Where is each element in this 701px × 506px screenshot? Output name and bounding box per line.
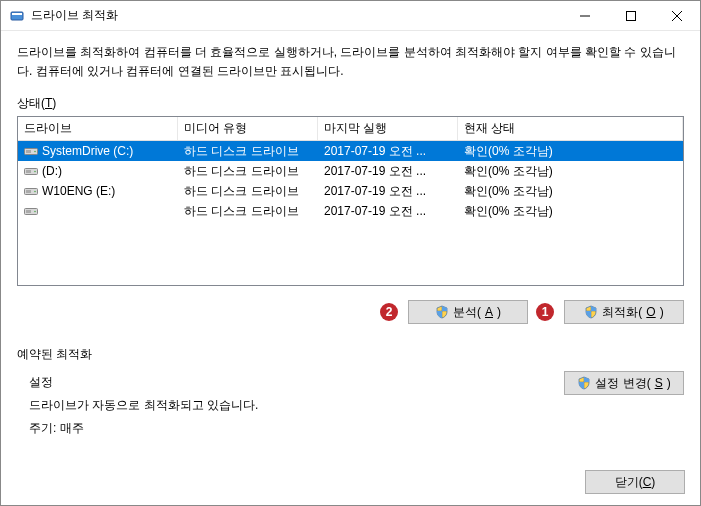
shield-icon xyxy=(435,305,449,319)
marker-analyze: 2 xyxy=(380,303,398,321)
schedule-title: 설정 xyxy=(29,371,258,394)
scheduled-header: 예약된 최적화 xyxy=(17,346,684,363)
drive-media: 하드 디스크 드라이브 xyxy=(178,203,318,220)
column-header-last[interactable]: 마지막 실행 xyxy=(318,117,458,140)
shield-icon xyxy=(577,376,591,390)
table-row[interactable]: 하드 디스크 드라이브2017-07-19 오전 ...확인(0% 조각남) xyxy=(18,201,683,221)
marker-optimize: 1 xyxy=(536,303,554,321)
table-row[interactable]: W10ENG (E:)하드 디스크 드라이브2017-07-19 오전 ...확… xyxy=(18,181,683,201)
drives-listview[interactable]: 드라이브 미디어 유형 마지막 실행 현재 상태 SystemDrive (C:… xyxy=(17,116,684,286)
titlebar: 드라이브 최적화 xyxy=(1,1,700,31)
column-header-media[interactable]: 미디어 유형 xyxy=(178,117,318,140)
drive-last-run: 2017-07-19 오전 ... xyxy=(318,183,458,200)
scheduled-section: 예약된 최적화 설정 드라이브가 자동으로 최적화되고 있습니다. 주기: 매주… xyxy=(17,346,684,439)
listview-header: 드라이브 미디어 유형 마지막 실행 현재 상태 xyxy=(18,117,683,141)
drive-icon xyxy=(24,205,38,217)
drive-state: 확인(0% 조각남) xyxy=(458,163,683,180)
column-header-drive[interactable]: 드라이브 xyxy=(18,117,178,140)
drive-last-run: 2017-07-19 오전 ... xyxy=(318,143,458,160)
drive-last-run: 2017-07-19 오전 ... xyxy=(318,203,458,220)
status-label: 상태(T) xyxy=(17,95,684,112)
table-row[interactable]: SystemDrive (C:)하드 디스크 드라이브2017-07-19 오전… xyxy=(18,141,683,161)
svg-rect-11 xyxy=(26,170,31,173)
drive-name: (D:) xyxy=(42,164,62,178)
schedule-info: 설정 드라이브가 자동으로 최적화되고 있습니다. 주기: 매주 xyxy=(17,371,258,439)
svg-point-13 xyxy=(34,191,36,193)
svg-point-7 xyxy=(34,151,36,153)
svg-rect-14 xyxy=(26,190,31,193)
optimize-button[interactable]: 최적화(O) xyxy=(564,300,684,324)
drive-media: 하드 디스크 드라이브 xyxy=(178,163,318,180)
svg-rect-17 xyxy=(26,210,31,213)
window-title: 드라이브 최적화 xyxy=(31,7,562,24)
maximize-button[interactable] xyxy=(608,1,654,30)
drive-state: 확인(0% 조각남) xyxy=(458,203,683,220)
drive-last-run: 2017-07-19 오전 ... xyxy=(318,163,458,180)
schedule-line1: 드라이브가 자동으로 최적화되고 있습니다. xyxy=(29,394,258,417)
close-button[interactable]: 닫기(C) xyxy=(585,470,685,494)
drive-icon xyxy=(24,145,38,157)
action-buttons-row: 2 분석(A) 1 최적화(O) xyxy=(17,300,684,324)
bottom-bar: 닫기(C) xyxy=(0,462,701,506)
drive-media: 하드 디스크 드라이브 xyxy=(178,143,318,160)
close-window-button[interactable] xyxy=(654,1,700,30)
column-header-state[interactable]: 현재 상태 xyxy=(458,117,683,140)
drive-state: 확인(0% 조각남) xyxy=(458,143,683,160)
svg-point-10 xyxy=(34,171,36,173)
drive-icon xyxy=(24,165,38,177)
drive-name: W10ENG (E:) xyxy=(42,184,115,198)
analyze-button[interactable]: 분석(A) xyxy=(408,300,528,324)
drive-media: 하드 디스크 드라이브 xyxy=(178,183,318,200)
drive-icon xyxy=(24,185,38,197)
change-settings-button[interactable]: 설정 변경(S) xyxy=(564,371,684,395)
table-row[interactable]: (D:)하드 디스크 드라이브2017-07-19 오전 ...확인(0% 조각… xyxy=(18,161,683,181)
schedule-line2: 주기: 매주 xyxy=(29,417,258,440)
svg-point-16 xyxy=(34,211,36,213)
description-text: 드라이브를 최적화하여 컴퓨터를 더 효율적으로 실행하거나, 드라이브를 분석… xyxy=(17,43,684,81)
drive-name: SystemDrive (C:) xyxy=(42,144,133,158)
drive-state: 확인(0% 조각남) xyxy=(458,183,683,200)
minimize-button[interactable] xyxy=(562,1,608,30)
content-area: 드라이브를 최적화하여 컴퓨터를 더 효율적으로 실행하거나, 드라이브를 분석… xyxy=(1,31,700,448)
svg-rect-1 xyxy=(12,13,22,15)
shield-icon xyxy=(584,305,598,319)
svg-rect-3 xyxy=(627,11,636,20)
svg-rect-8 xyxy=(26,150,31,153)
app-icon xyxy=(9,8,25,24)
